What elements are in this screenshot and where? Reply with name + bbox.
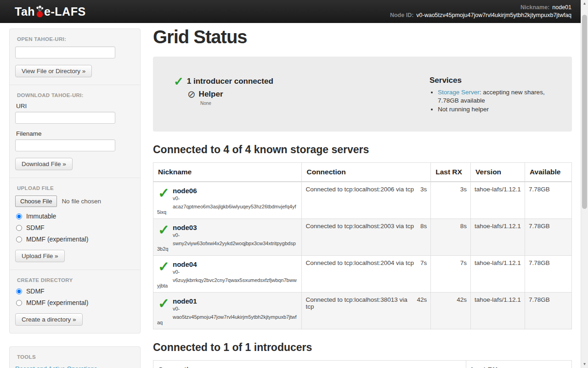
connected-for: 7s — [420, 259, 427, 266]
immutable-radio[interactable] — [16, 213, 22, 219]
open-uri-input[interactable] — [15, 46, 115, 58]
uri-field-label: URI — [16, 103, 135, 109]
col-connection: Connection — [302, 163, 431, 182]
introducers-table-header-row: Connection Last RX — [153, 361, 572, 368]
version-cell: tahoe-lafs/1.12.1 — [471, 182, 525, 219]
nickname-value: node01 — [552, 4, 571, 11]
mdmf-radio[interactable] — [16, 236, 22, 242]
services-section: Services Storage Server: accepting new s… — [430, 76, 564, 114]
sdmf-radio[interactable] — [16, 225, 22, 231]
col-last-rx: Last RX — [431, 163, 471, 182]
logo-balloon-icon — [36, 6, 44, 18]
nickname-cell: ✓ node01 v0- wao5tzv45pmoju47jow7rvl4uki… — [153, 293, 302, 329]
mkdir-sdmf-radio-label: SDMF — [26, 288, 45, 295]
server-nickname: node03 — [157, 223, 298, 231]
download-label: DOWNLOAD TAHOE-URI: — [17, 92, 135, 98]
storage-server-row: ✓ node01 v0- wao5tzv45pmoju47jow7rvl4uki… — [153, 293, 572, 329]
connected-check-icon: ✓ — [158, 186, 171, 206]
services-list: Storage Server: accepting new shares, 7.… — [430, 88, 559, 114]
open-uri-label: OPEN TAHOE-URI: — [17, 36, 135, 42]
sidebar-forms-panel: OPEN TAHOE-URI: View File or Directory »… — [9, 29, 141, 334]
immutable-radio-label: Immutable — [26, 213, 56, 220]
version-cell: tahoe-lafs/1.12.1 — [471, 293, 525, 329]
tools-label: TOOLS — [17, 354, 135, 360]
download-section: DOWNLOAD TAHOE-URI: URI Filename Downloa… — [10, 85, 140, 178]
top-header: Tah e-LAFS Nickname:node01 Node ID:v0-wa… — [0, 0, 588, 23]
connected-check-icon: ✓ — [158, 296, 171, 316]
storage-server-row: ✓ node06 v0- acaz7qptmeo6m3asjlgkb6iwlyu… — [153, 182, 572, 219]
mkdir-format-option-sdmf: SDMF — [16, 288, 135, 295]
tahoe-lafs-logo: Tah e-LAFS — [15, 5, 86, 18]
col-version: Version — [471, 163, 525, 182]
upload-file-button[interactable]: Upload File » — [15, 250, 65, 262]
connected-for: 3s — [420, 186, 427, 193]
upload-label: UPLOAD FILE — [17, 185, 135, 191]
file-picker: Choose File No file chosen — [15, 196, 135, 207]
server-id-hash: swny2viyw63ofxwi4x2yykd2woqjbpx3cw34xtri… — [157, 241, 298, 252]
main-content: Grid Status ✓ 1 introducer connected ⊘ H… — [153, 27, 572, 368]
available-cell: 7.78GB — [525, 256, 572, 293]
create-directory-section: CREATE DIRECTORY SDMF MDMF (experimental… — [10, 270, 140, 333]
helper-value: None — [200, 101, 430, 106]
scroll-up-arrow[interactable]: ▲ — [581, 0, 588, 7]
server-nickname: node06 — [157, 186, 298, 195]
helper-service-item: Not running helper — [438, 105, 559, 114]
last-rx-cell: 42s — [431, 293, 471, 329]
download-uri-input[interactable] — [15, 112, 115, 124]
available-cell: 7.78GB — [525, 182, 572, 219]
services-title: Services — [430, 76, 559, 85]
storage-servers-heading: Connected to 4 of 4 known storage server… — [153, 144, 572, 156]
introducer-status-row: ✓ 1 introducer connected — [174, 76, 430, 87]
upload-format-option-sdmf: SDMF — [16, 224, 135, 231]
col-connection: Connection — [153, 361, 466, 368]
tools-panel: TOOLS Recent and Active Operations — [9, 346, 141, 368]
no-helper-icon: ⊘ — [187, 90, 196, 99]
server-id-hash: v6zuyjkbrrkqy2bvc2cny7qwax5sxumedsxfzfjw… — [157, 277, 298, 288]
node-id-label: Node ID: — [390, 12, 413, 18]
mkdir-sdmf-radio[interactable] — [16, 288, 22, 294]
col-available: Available — [525, 163, 572, 182]
available-cell: 7.78GB — [525, 293, 572, 329]
create-directory-button[interactable]: Create a directory » — [15, 313, 83, 326]
storage-server-row: ✓ node03 v0- swny2viyw63ofxwi4x2yykd2woq… — [153, 219, 572, 256]
view-file-button[interactable]: View File or Directory » — [15, 65, 92, 77]
scrollbar-thumb[interactable] — [582, 15, 587, 209]
grid-summary-box: ✓ 1 introducer connected ⊘ Helper None S… — [153, 57, 572, 132]
scroll-down-arrow[interactable]: ▼ — [581, 361, 588, 368]
download-filename-input[interactable] — [15, 139, 115, 151]
storage-table-header-row: Nickname Connection Last RX Version Avai… — [153, 163, 572, 182]
connected-check-icon: ✓ — [174, 76, 184, 87]
last-rx-cell: 7s — [431, 256, 471, 293]
upload-section: UPLOAD FILE Choose File No file chosen I… — [10, 178, 140, 270]
connected-for: 42s — [417, 296, 427, 310]
download-file-button[interactable]: Download File » — [15, 158, 73, 170]
node-id-value: v0-wao5tzv45pmoju47jow7rvl4ukirjm5ytbh2k… — [416, 12, 571, 18]
introducers-heading: Connected to 1 of 1 introducers — [153, 341, 572, 354]
mkdir-mdmf-radio[interactable] — [16, 300, 22, 306]
choose-file-button[interactable]: Choose File — [15, 196, 57, 207]
upload-format-option-mdmf: MDMF (experimental) — [16, 236, 135, 243]
node-id-row: Node ID:v0-wao5tzv45pmoju47jow7rvl4ukirj… — [390, 12, 571, 19]
server-id-hash: wao5tzv45pmoju47jow7rvl4ukirjm5ytbh2kjty… — [157, 314, 298, 325]
create-directory-label: CREATE DIRECTORY — [17, 277, 135, 283]
nickname-cell: ✓ node03 v0- swny2viyw63ofxwi4x2yykd2woq… — [153, 219, 302, 256]
connection-cell: Connected to tcp:localhost:2003 via tcp8… — [302, 219, 431, 256]
mkdir-mdmf-radio-label: MDMF (experimental) — [26, 299, 88, 306]
no-file-chosen-text: No file chosen — [62, 198, 101, 205]
storage-server-link[interactable]: Storage Server — [438, 89, 480, 96]
server-id-prefix: v0- — [157, 306, 298, 311]
server-id-prefix: v0- — [157, 269, 298, 275]
available-cell: 7.78GB — [525, 219, 572, 256]
open-uri-section: OPEN TAHOE-URI: View File or Directory » — [10, 29, 140, 85]
nickname-cell: ✓ node04 v0- v6zuyjkbrrkqy2bvc2cny7qwax5… — [153, 256, 302, 293]
connected-check-icon: ✓ — [158, 259, 171, 280]
summary-status: ✓ 1 introducer connected ⊘ Helper None — [174, 76, 430, 114]
mkdir-format-option-mdmf: MDMF (experimental) — [16, 299, 135, 306]
introducers-table: Connection Last RX ✓ Connected to tcp:lo… — [153, 360, 572, 368]
node-meta: Nickname:node01 Node ID:v0-wao5tzv45pmoj… — [390, 4, 571, 19]
introducer-status-text: 1 introducer connected — [187, 76, 273, 86]
sdmf-radio-label: SDMF — [26, 224, 45, 231]
storage-servers-table: Nickname Connection Last RX Version Avai… — [153, 162, 572, 329]
recent-operations-link[interactable]: Recent and Active Operations — [15, 365, 97, 368]
vertical-scrollbar[interactable]: ▲ ▼ — [581, 0, 588, 368]
